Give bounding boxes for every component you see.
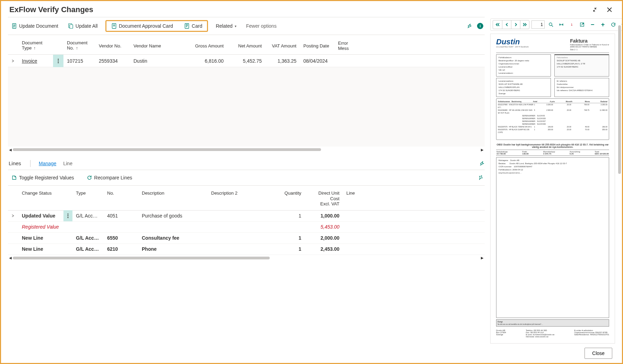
cell-no: 6210 (104, 246, 138, 252)
col-document-type[interactable]: DocumentType ↑ (18, 35, 53, 54)
cell-doc-type[interactable]: Invoice (22, 58, 37, 64)
pin-icon[interactable] (477, 174, 484, 181)
cell-direct-cost: 1,000.00 (305, 213, 343, 219)
close-button[interactable]: Close (585, 348, 612, 359)
lines-header-more (63, 188, 72, 208)
refresh-button[interactable] (609, 20, 617, 29)
svg-point-6 (58, 60, 59, 61)
col-type[interactable]: Type (72, 188, 104, 208)
preview-scroll-thumb[interactable] (618, 25, 621, 174)
scroll-thumb[interactable] (13, 257, 270, 259)
zoom-out-button[interactable]: − (588, 20, 597, 29)
doc-obs-text: OBS! Dustin har bytt bankgironummer till… (496, 143, 609, 148)
scroll-right-icon[interactable]: ▶ (480, 147, 485, 152)
cell-posting-date: 08/04/2024 (300, 58, 335, 64)
chevron-down-icon: ▾ (235, 24, 236, 28)
horizontal-scrollbar[interactable]: ◀ ▶ (8, 147, 485, 153)
tab-manage[interactable]: Manage (39, 161, 57, 166)
table-row[interactable]: Invoice 107215 2559334 Dustin 6,816.00 5… (8, 55, 485, 67)
cell-change-status: Registered Value (18, 224, 63, 230)
scroll-left-icon[interactable]: ◀ (8, 147, 13, 152)
row-more-button[interactable] (63, 210, 72, 221)
col-net-amount[interactable]: Net Amount (227, 38, 265, 52)
lines-horizontal-scrollbar[interactable]: ◀ ▶ (8, 255, 485, 261)
col-vendor-no[interactable]: Vendor No. (95, 38, 130, 52)
cell-description: Purchase of goods (138, 213, 208, 219)
next-page-button[interactable] (511, 20, 520, 29)
lines-row[interactable]: Registered Value 5,453.00 (8, 222, 485, 233)
lines-row[interactable]: New Line G/L Accou… 6550 Consultancy fee… (8, 233, 485, 244)
cell-direct-cost: 2,000.00 (305, 235, 343, 241)
col-vendor-name[interactable]: Vendor Name (130, 38, 189, 52)
first-page-button[interactable] (493, 20, 502, 29)
col-change-status[interactable]: Change Status (18, 188, 63, 208)
col-quantity[interactable]: Quantity (263, 188, 305, 208)
close-icon[interactable] (605, 6, 614, 14)
lines-row[interactable]: New Line G/L Accou… 6210 Phone 1 2,453.0… (8, 244, 485, 255)
col-no[interactable]: No. (104, 188, 138, 208)
col-line[interactable]: Line (343, 188, 357, 208)
refresh-icon (87, 175, 92, 180)
lines-header-sel (8, 188, 18, 208)
zoom-icon[interactable] (547, 20, 555, 29)
cell-direct-cost: 2,453.00 (305, 246, 343, 252)
scroll-right-icon[interactable]: ▶ (480, 256, 485, 260)
col-document-no[interactable]: DocumentNo. ↑ (63, 35, 95, 54)
row-indicator-icon[interactable] (8, 59, 18, 63)
toggle-icon (11, 175, 17, 180)
preview-toolbar: 1 − + (490, 18, 622, 31)
cell-vat: 1,363.25 (265, 58, 300, 64)
card-button[interactable]: Card (182, 22, 204, 30)
lines-share-icon[interactable] (478, 160, 485, 167)
doc-logo: Dustin (496, 38, 529, 46)
lines-title: Lines (8, 160, 22, 166)
col-description2[interactable]: Description 2 (208, 188, 263, 208)
svg-point-10 (68, 217, 69, 218)
doc-title: Faktura (570, 38, 609, 44)
col-posting-date[interactable]: Posting Date (300, 38, 335, 52)
col-description[interactable]: Description (138, 188, 208, 208)
document-approval-card-button[interactable]: Document Approval Card (109, 22, 175, 30)
prev-page-button[interactable] (502, 20, 511, 29)
col-gross-amount[interactable]: Gross Amount (189, 38, 227, 52)
svg-rect-2 (70, 25, 73, 28)
update-document-button[interactable]: Update Document (9, 22, 60, 30)
col-error-mess[interactable]: Error Mess (335, 35, 359, 54)
header-more-col (53, 40, 63, 49)
cell-vendor-no[interactable]: 2559334 (99, 58, 118, 64)
scroll-thumb[interactable] (13, 148, 321, 151)
fewer-options-button[interactable]: Fewer options (244, 22, 279, 30)
scroll-left-icon[interactable]: ◀ (8, 256, 13, 260)
svg-rect-4 (185, 24, 189, 28)
cell-change-status: New Line (18, 235, 63, 241)
row-indicator-icon[interactable] (8, 214, 18, 218)
update-all-button[interactable]: Update All (66, 22, 100, 30)
open-external-icon[interactable] (578, 20, 586, 29)
restore-window-icon[interactable] (591, 6, 600, 14)
highlighted-actions: Document Approval Card Card (105, 20, 208, 32)
recompare-lines-button[interactable]: Recompare Lines (85, 174, 135, 182)
col-direct-cost[interactable]: Direct Unit CostExcl. VAT (305, 188, 343, 208)
row-more-button[interactable] (53, 55, 63, 67)
svg-point-11 (549, 23, 552, 26)
toggle-registered-values-button[interactable]: Toggle Registered Values (9, 174, 76, 182)
document-stack-icon (68, 23, 73, 29)
fit-width-icon[interactable] (557, 20, 565, 29)
lines-row[interactable]: Updated Value G/L Account 4051 Purchase … (8, 211, 485, 222)
header-select-col (8, 40, 18, 49)
tab-line[interactable]: Line (63, 161, 72, 166)
page-number-input[interactable] (531, 20, 545, 29)
zoom-in-button[interactable]: + (599, 20, 607, 29)
cell-no: 6550 (104, 235, 138, 241)
info-icon[interactable]: i (477, 23, 483, 29)
invoice-preview: Dustin c/o Lindorff Box 41307 104 74 Sto… (490, 34, 615, 344)
document-approval-card-label: Document Approval Card (119, 23, 173, 29)
share-icon[interactable] (466, 23, 472, 29)
svg-point-7 (58, 62, 59, 63)
card-icon (184, 23, 190, 29)
cell-doc-no: 107215 (63, 58, 95, 64)
related-dropdown[interactable]: Related ▾ (214, 22, 238, 30)
col-vat-amount[interactable]: VAT Amount (265, 38, 300, 52)
last-page-button[interactable] (520, 20, 529, 29)
preview-vertical-scrollbar[interactable] (618, 25, 621, 273)
